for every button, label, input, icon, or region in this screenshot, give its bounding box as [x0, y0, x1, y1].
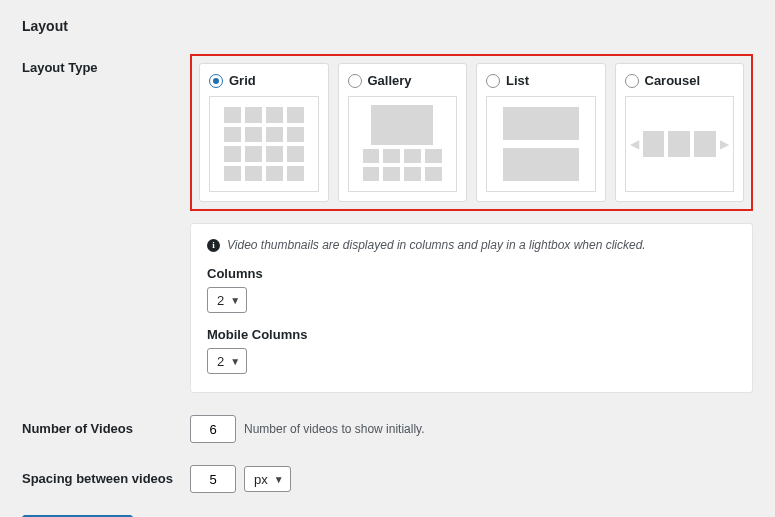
label-layout-type: Layout Type [22, 54, 190, 75]
layout-preview-list [486, 96, 596, 192]
chevron-down-icon: ▼ [230, 356, 240, 367]
layout-helper-text: Video thumbnails are displayed in column… [227, 238, 646, 252]
label-spacing: Spacing between videos [22, 465, 190, 486]
row-spacing: Spacing between videos px ▼ [22, 465, 753, 493]
info-icon: i [207, 239, 220, 252]
select-spacing-unit-value: px [254, 472, 268, 487]
layout-preview-grid [209, 96, 319, 192]
layout-preview-carousel: ◀ ▶ [625, 96, 735, 192]
section-heading-layout: Layout [22, 18, 753, 34]
input-spacing[interactable] [190, 465, 236, 493]
label-mobile-columns: Mobile Columns [207, 327, 736, 342]
chevron-left-icon: ◀ [630, 137, 639, 151]
chevron-down-icon: ▼ [230, 295, 240, 306]
layout-option-label: Grid [229, 73, 256, 88]
layout-option-grid[interactable]: Grid [199, 63, 329, 202]
radio-grid[interactable] [209, 74, 223, 88]
layout-option-label: Gallery [368, 73, 412, 88]
layout-option-list[interactable]: List [476, 63, 606, 202]
layout-helper-panel: i Video thumbnails are displayed in colu… [190, 223, 753, 393]
radio-carousel[interactable] [625, 74, 639, 88]
chevron-down-icon: ▼ [274, 474, 284, 485]
radio-gallery[interactable] [348, 74, 362, 88]
layout-preview-gallery [348, 96, 458, 192]
layout-card-group: Grid Gallery [190, 54, 753, 211]
layout-option-carousel[interactable]: Carousel ◀ ▶ [615, 63, 745, 202]
select-columns[interactable]: 2 ▼ [207, 287, 247, 313]
radio-list[interactable] [486, 74, 500, 88]
chevron-right-icon: ▶ [720, 137, 729, 151]
select-mobile-columns-value: 2 [217, 354, 224, 369]
layout-option-gallery[interactable]: Gallery [338, 63, 468, 202]
select-spacing-unit[interactable]: px ▼ [244, 466, 291, 492]
row-number-of-videos: Number of Videos Number of videos to sho… [22, 415, 753, 443]
select-columns-value: 2 [217, 293, 224, 308]
layout-option-label: Carousel [645, 73, 701, 88]
row-layout-type: Layout Type Grid Gallery [22, 54, 753, 393]
label-columns: Columns [207, 266, 736, 281]
label-number-of-videos: Number of Videos [22, 415, 190, 436]
select-mobile-columns[interactable]: 2 ▼ [207, 348, 247, 374]
help-number-of-videos: Number of videos to show initially. [244, 422, 425, 436]
input-number-of-videos[interactable] [190, 415, 236, 443]
layout-option-label: List [506, 73, 529, 88]
